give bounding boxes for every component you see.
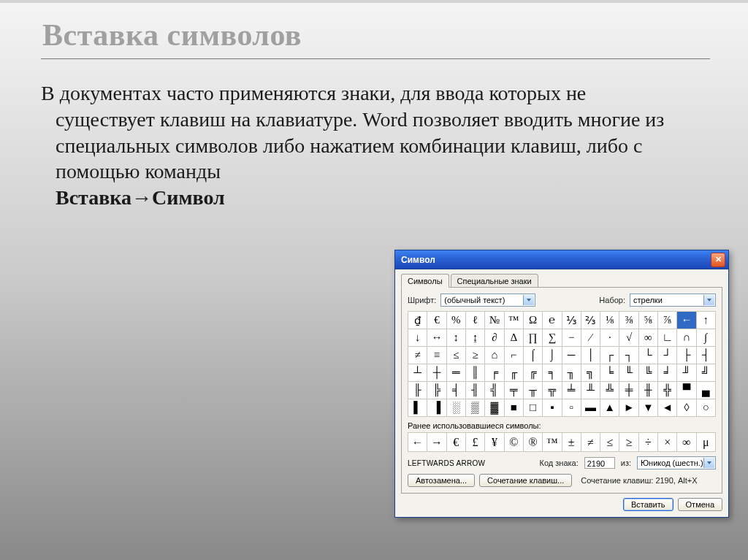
- recent-cell[interactable]: →: [427, 432, 446, 451]
- symbol-cell[interactable]: ▐: [427, 399, 446, 416]
- symbol-cell[interactable]: ╘: [600, 364, 619, 381]
- symbol-cell[interactable]: ╒: [484, 364, 503, 381]
- symbol-cell[interactable]: √: [619, 329, 638, 346]
- symbol-cell[interactable]: ≥: [465, 346, 484, 364]
- symbol-cell[interactable]: ▫: [562, 399, 581, 416]
- symbol-cell[interactable]: ™: [504, 311, 523, 329]
- symbol-cell[interactable]: ∏: [523, 329, 542, 346]
- symbol-cell[interactable]: ◄: [657, 399, 676, 416]
- symbol-cell[interactable]: ┘: [657, 346, 676, 364]
- symbol-cell[interactable]: └: [638, 346, 657, 364]
- symbol-cell[interactable]: ↑: [696, 311, 715, 329]
- recent-cell[interactable]: ∞: [676, 432, 695, 451]
- close-button[interactable]: ✕: [711, 253, 725, 267]
- symbol-cell[interactable]: ╠: [427, 381, 446, 399]
- recent-cell[interactable]: €: [446, 432, 465, 451]
- symbol-cell[interactable]: ─: [562, 346, 581, 364]
- symbol-cell[interactable]: ╚: [638, 364, 657, 381]
- symbol-cell[interactable]: ╝: [696, 364, 715, 381]
- set-select[interactable]: стрелки: [630, 294, 716, 307]
- symbol-cell[interactable]: ▲: [600, 399, 619, 416]
- symbol-cell[interactable]: ↨: [465, 329, 484, 346]
- symbol-cell[interactable]: ∕: [581, 329, 600, 346]
- symbol-cell[interactable]: ↔: [427, 329, 446, 346]
- symbol-cell[interactable]: ╩: [600, 381, 619, 399]
- symbol-cell[interactable]: ▄: [696, 381, 715, 399]
- recent-cell[interactable]: ®: [523, 432, 542, 451]
- recent-cell[interactable]: £: [465, 432, 484, 451]
- symbol-cell[interactable]: ▀: [676, 381, 695, 399]
- symbol-cell[interactable]: ╢: [465, 381, 484, 399]
- symbol-grid[interactable]: ₫€%ℓ№™Ω℮⅓⅔⅛⅜⅝⅞←↑↓↔↕↨∂∆∏∑−∕∙√∞∟∩∫≠≡≤≥⌂⌐⌠⌡…: [408, 311, 716, 417]
- shortcut-button[interactable]: Сочетание клавиш...: [479, 474, 572, 487]
- symbol-cell[interactable]: ◊: [676, 399, 695, 416]
- tab-symbols[interactable]: Символы: [401, 274, 449, 288]
- recent-grid[interactable]: ←→€£¥©®™±≠≤≥÷×∞μ: [408, 432, 716, 452]
- symbol-cell[interactable]: ╥: [523, 381, 542, 399]
- symbol-cell[interactable]: ╡: [446, 381, 465, 399]
- symbol-cell[interactable]: ○: [696, 399, 715, 416]
- symbol-cell[interactable]: ∩: [676, 329, 695, 346]
- symbol-cell[interactable]: ║: [465, 364, 484, 381]
- recent-cell[interactable]: ≠: [581, 432, 600, 451]
- symbol-cell[interactable]: €: [427, 311, 446, 329]
- symbol-cell[interactable]: ⅝: [638, 311, 657, 329]
- symbol-cell[interactable]: ╣: [484, 381, 503, 399]
- symbol-cell[interactable]: ╔: [523, 364, 542, 381]
- symbol-cell[interactable]: −: [562, 329, 581, 346]
- symbol-cell[interactable]: ╜: [676, 364, 695, 381]
- symbol-cell[interactable]: ≤: [446, 346, 465, 364]
- symbol-cell[interactable]: ⅛: [600, 311, 619, 329]
- recent-cell[interactable]: ÷: [638, 432, 657, 451]
- symbol-cell[interactable]: ▼: [638, 399, 657, 416]
- recent-cell[interactable]: ¥: [484, 432, 503, 451]
- symbol-cell[interactable]: ∫: [696, 329, 715, 346]
- symbol-cell[interactable]: №: [484, 311, 503, 329]
- symbol-cell[interactable]: ⌡: [542, 346, 561, 364]
- recent-cell[interactable]: ±: [562, 432, 581, 451]
- dialog-titlebar[interactable]: Символ ✕: [395, 250, 728, 269]
- symbol-cell[interactable]: ∂: [484, 329, 503, 346]
- symbol-cell[interactable]: ╨: [581, 381, 600, 399]
- symbol-cell[interactable]: ╕: [542, 364, 561, 381]
- from-select[interactable]: Юникод (шестн.): [637, 456, 716, 469]
- symbol-cell[interactable]: ░: [446, 399, 465, 416]
- insert-button[interactable]: Вставить: [623, 498, 673, 511]
- recent-cell[interactable]: ™: [542, 432, 561, 451]
- code-input[interactable]: 2190: [584, 457, 615, 469]
- recent-cell[interactable]: ×: [657, 432, 676, 451]
- tab-special[interactable]: Специальные знаки: [451, 274, 538, 288]
- recent-cell[interactable]: ©: [504, 432, 523, 451]
- symbol-cell[interactable]: ⌂: [484, 346, 503, 364]
- recent-cell[interactable]: ≥: [619, 432, 638, 451]
- symbol-cell[interactable]: ╫: [638, 381, 657, 399]
- symbol-cell[interactable]: ═: [446, 364, 465, 381]
- symbol-cell[interactable]: ├: [676, 346, 695, 364]
- symbol-cell[interactable]: ┐: [619, 346, 638, 364]
- symbol-cell[interactable]: ╬: [657, 381, 676, 399]
- symbol-cell[interactable]: Ω: [523, 311, 542, 329]
- symbol-cell[interactable]: ┴: [408, 364, 427, 381]
- symbol-cell[interactable]: ►: [619, 399, 638, 416]
- symbol-cell[interactable]: ₫: [408, 311, 427, 329]
- symbol-cell[interactable]: ┤: [696, 346, 715, 364]
- symbol-cell[interactable]: ←: [676, 311, 695, 329]
- symbol-cell[interactable]: ▬: [581, 399, 600, 416]
- symbol-cell[interactable]: ▓: [484, 399, 503, 416]
- symbol-cell[interactable]: ╦: [542, 381, 561, 399]
- symbol-cell[interactable]: ∙: [600, 329, 619, 346]
- symbol-cell[interactable]: ╗: [581, 364, 600, 381]
- symbol-cell[interactable]: ⅔: [581, 311, 600, 329]
- cancel-button[interactable]: Отмена: [678, 498, 722, 511]
- symbol-cell[interactable]: ▪: [542, 399, 561, 416]
- symbol-cell[interactable]: ▒: [465, 399, 484, 416]
- symbol-cell[interactable]: ╪: [619, 381, 638, 399]
- symbol-cell[interactable]: □: [523, 399, 542, 416]
- recent-cell[interactable]: μ: [696, 432, 715, 451]
- symbol-cell[interactable]: ╟: [408, 381, 427, 399]
- symbol-cell[interactable]: ∞: [638, 329, 657, 346]
- symbol-cell[interactable]: ▌: [408, 399, 427, 416]
- symbol-cell[interactable]: ╓: [504, 364, 523, 381]
- symbol-cell[interactable]: ╖: [562, 364, 581, 381]
- symbol-cell[interactable]: ┌: [600, 346, 619, 364]
